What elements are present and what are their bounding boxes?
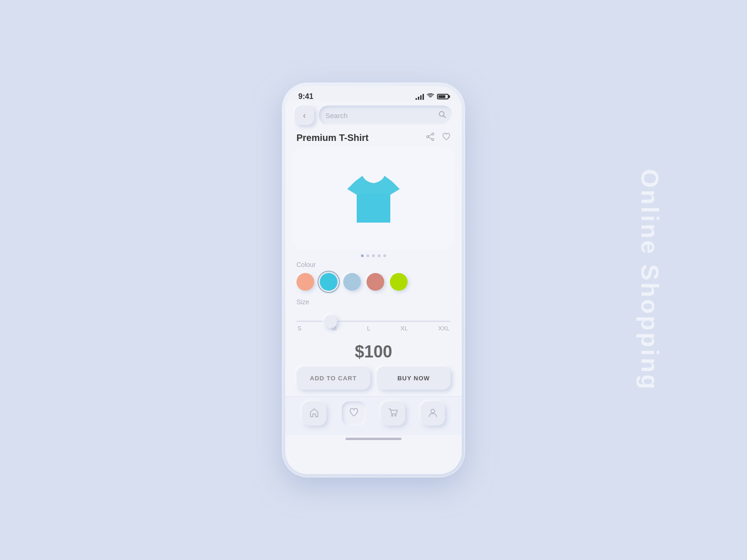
svg-line-1: [444, 116, 445, 118]
color-peach[interactable]: [296, 273, 314, 291]
search-placeholder: Search: [325, 112, 435, 119]
dot-1: [361, 254, 364, 257]
pagination-dots: [285, 250, 462, 261]
size-label: Size: [296, 298, 451, 306]
size-xxl: XXL: [438, 325, 450, 332]
cart-icon: [388, 407, 398, 420]
product-title: Premium T-Shirt: [296, 133, 368, 143]
price-section: $100: [285, 339, 462, 366]
nav-home[interactable]: [302, 401, 326, 426]
dot-4: [378, 254, 381, 257]
search-bar[interactable]: Search: [319, 105, 452, 125]
svg-line-5: [429, 134, 432, 136]
size-xl: XL: [401, 325, 408, 332]
home-indicator: [345, 438, 402, 440]
svg-line-6: [429, 137, 432, 139]
svg-point-2: [432, 133, 434, 135]
color-cyan[interactable]: [320, 273, 338, 291]
status-bar: 9:41: [285, 86, 462, 101]
add-to-cart-button[interactable]: ADD TO CART: [296, 366, 370, 390]
color-light-blue[interactable]: [343, 273, 361, 291]
colour-label: Colour: [296, 261, 451, 268]
nav-profile[interactable]: [421, 401, 445, 426]
battery-icon: [437, 94, 449, 99]
svg-point-4: [427, 136, 429, 138]
phone-frame: 9:41: [282, 83, 465, 477]
color-rose[interactable]: [366, 273, 384, 291]
bottom-navigation: [285, 396, 462, 435]
main-content: ‹ Search Premium T-Shirt: [285, 101, 462, 474]
home-icon: [309, 407, 319, 420]
color-options-section: Colour: [285, 261, 462, 298]
watermark-text: Online Shopping: [636, 169, 664, 391]
heart-icon: [349, 407, 359, 420]
color-lime[interactable]: [390, 273, 408, 291]
svg-point-3: [432, 139, 434, 140]
size-track: [296, 321, 451, 322]
wifi-icon: [427, 93, 434, 100]
svg-point-7: [392, 415, 393, 416]
favorite-icon[interactable]: [442, 133, 451, 143]
phone-screen: 9:41: [285, 86, 462, 474]
dot-2: [366, 254, 369, 257]
signal-icon: [416, 94, 424, 100]
size-section: Size S M L XL XXL: [285, 298, 462, 336]
status-icons: [416, 93, 449, 100]
back-button[interactable]: ‹: [295, 105, 314, 125]
share-icon[interactable]: [426, 133, 435, 143]
back-arrow-icon: ‹: [303, 111, 306, 120]
person-icon: [428, 407, 438, 420]
svg-point-9: [431, 409, 435, 413]
size-thumb[interactable]: [324, 315, 337, 328]
size-slider[interactable]: S M L XL XXL: [296, 310, 451, 336]
status-time: 9:41: [298, 92, 313, 101]
dot-5: [383, 254, 386, 257]
action-buttons: ADD TO CART BUY NOW: [285, 366, 462, 396]
header-actions: [426, 133, 451, 143]
nav-favorites[interactable]: [342, 401, 366, 426]
color-options: [296, 273, 451, 291]
search-icon: [438, 111, 446, 120]
size-l: L: [367, 325, 370, 332]
product-image: [336, 161, 411, 236]
product-image-area: [293, 147, 454, 250]
size-s: S: [297, 325, 302, 332]
svg-point-8: [395, 415, 396, 416]
search-container: ‹ Search: [285, 105, 462, 131]
price-display: $100: [355, 342, 392, 361]
dot-3: [372, 254, 375, 257]
product-header: Premium T-Shirt: [285, 131, 462, 147]
buy-now-button[interactable]: BUY NOW: [377, 366, 451, 390]
size-labels: S M L XL XXL: [296, 325, 451, 332]
nav-cart[interactable]: [381, 401, 405, 426]
